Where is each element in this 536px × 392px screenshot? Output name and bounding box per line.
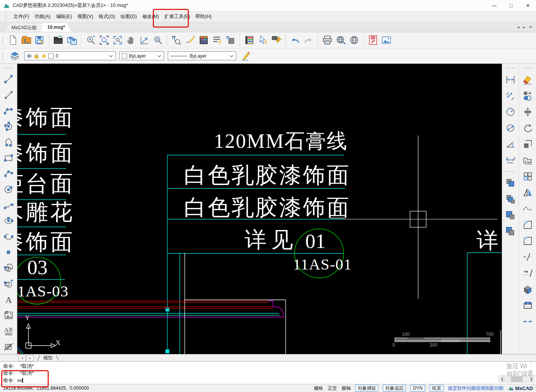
polygon-icon[interactable] [3, 121, 14, 132]
model-tab-left-icon[interactable]: ◂ [18, 355, 26, 361]
fillet-icon[interactable] [522, 235, 533, 246]
canvas-text-left-4[interactable]: 木雕花 [17, 201, 75, 223]
scale-bar[interactable] [394, 337, 490, 342]
text-icon[interactable]: A [3, 294, 14, 305]
circle-icon[interactable] [3, 184, 14, 195]
toggle-otrack[interactable]: 对象追踪 [383, 385, 406, 392]
image-icon[interactable] [3, 309, 14, 321]
copy-base-icon[interactable] [505, 193, 516, 205]
sketch-icon[interactable] [184, 35, 196, 46]
corner-entities[interactable] [17, 347, 23, 354]
stretch-icon[interactable] [522, 138, 533, 150]
copy-object-icon[interactable] [522, 90, 533, 101]
insert-image-icon[interactable] [380, 35, 392, 46]
array-icon[interactable] [522, 170, 533, 182]
molding-outline[interactable] [185, 218, 501, 354]
molding-magenta-profile[interactable] [17, 301, 284, 317]
insert-block-icon[interactable] [3, 262, 14, 274]
canvas-text-bubble1-num[interactable]: 01 [305, 231, 326, 251]
offset-icon[interactable] [522, 154, 533, 166]
canvas-text-left-1[interactable]: 漆饰面 [17, 107, 75, 129]
chevron-down-icon[interactable] [109, 54, 113, 58]
canvas-text-gypsum[interactable]: 120MM石膏线 [214, 131, 348, 151]
polyline-icon[interactable] [3, 105, 14, 116]
chevron-down-icon[interactable] [229, 54, 234, 58]
close-button[interactable]: ✕ [525, 3, 531, 8]
canvas-text-see-detail-right[interactable]: 详见 [476, 230, 502, 251]
network-icon[interactable] [348, 35, 360, 46]
canvas-text-left-5[interactable]: 漆饰面 [17, 231, 75, 253]
menu-item-function[interactable]: 功能(A) [35, 13, 51, 20]
linetype-list-icon[interactable] [211, 35, 223, 46]
polygon-edge-icon[interactable] [3, 136, 14, 148]
scroll-left-icon[interactable]: ❮ [501, 377, 504, 381]
menu-item-format[interactable]: 格式(O) [99, 13, 115, 20]
menu-item-edit[interactable]: 编辑(E) [56, 13, 72, 20]
toggle-ortho[interactable]: 正交 [328, 385, 337, 392]
open-recent-icon[interactable] [20, 35, 32, 46]
menu-item-view[interactable]: 视图(V) [77, 13, 93, 20]
zoom-window-icon[interactable] [98, 35, 110, 46]
save-icon[interactable] [34, 35, 45, 46]
redo-icon[interactable] [303, 35, 314, 46]
chamfer-icon[interactable] [522, 219, 533, 230]
copy-clip-icon[interactable] [505, 177, 516, 189]
break-icon[interactable] [522, 299, 533, 311]
model-tab-right-icon[interactable]: ▸ [26, 355, 34, 361]
command-window[interactable]: 命令: *取消* 命令: *取消* 命令: xx ⌃⌄ ❮ ❯ [0, 361, 536, 384]
make-block-icon[interactable] [3, 278, 14, 289]
line-icon[interactable] [3, 73, 14, 85]
open-icon[interactable] [53, 35, 64, 46]
move-icon[interactable] [522, 106, 533, 117]
canvas-text-bubble1-ref[interactable]: 11AS-01 [293, 256, 352, 272]
point-icon[interactable] [3, 246, 14, 258]
toggle-lineweight[interactable]: 线宽 [430, 385, 443, 392]
zoom-dynamic-icon[interactable] [139, 35, 150, 46]
arc-icon[interactable] [3, 168, 14, 179]
color-combo[interactable]: ByLayer [119, 51, 164, 60]
tab-scroll-right-icon[interactable]: ▸ [523, 25, 525, 29]
layer-manager-icon[interactable] [243, 35, 255, 46]
mirror-icon[interactable] [522, 187, 533, 198]
canvas-text-left-3[interactable]: 柜台面 [17, 173, 75, 195]
canvas-text-paint-1[interactable]: 白色乳胶漆饰面 [184, 164, 351, 187]
zoom-center-icon[interactable] [152, 35, 164, 46]
new-file-icon[interactable] [7, 35, 18, 46]
undo-icon[interactable] [289, 35, 301, 46]
toggle-polar[interactable]: 极轴 [341, 385, 351, 392]
pan-icon[interactable] [125, 35, 137, 46]
paste-block-icon[interactable] [505, 225, 516, 237]
layer-combo[interactable]: 0 [24, 51, 116, 60]
hatch-icon[interactable] [3, 341, 14, 352]
publish-web-icon[interactable] [335, 35, 346, 46]
trim-icon[interactable] [522, 251, 533, 263]
ellipse-arc-icon[interactable] [3, 231, 14, 242]
zoom-previous-icon[interactable] [171, 35, 182, 46]
rectangle-icon[interactable] [3, 152, 14, 164]
menu-item-file[interactable]: 文件(F) [13, 13, 29, 20]
toggle-dyn[interactable]: DYN [410, 385, 425, 392]
tab-scroll-left-icon[interactable]: ◂ [518, 25, 519, 29]
export-pdf-icon[interactable]: PDF [367, 35, 379, 46]
zoom-extents-icon[interactable] [112, 35, 123, 46]
select-icon[interactable] [257, 35, 268, 46]
print-icon[interactable] [321, 35, 333, 46]
chevron-down-icon[interactable] [157, 54, 162, 58]
canvas-text-bubble2-num[interactable]: 03 [27, 257, 48, 278]
drawing-canvas[interactable]: 漆饰面 漆饰面 柜台面 木雕花 漆饰面 120MM石膏线 白色乳胶漆饰面 白色乳… [17, 64, 502, 354]
tab-mxcad-cloud[interactable]: MxCAD云图 [5, 23, 43, 32]
dim-diameter-icon[interactable] [505, 122, 516, 134]
toggle-grid[interactable]: 栅格 [314, 385, 323, 392]
command-input-line[interactable]: 命令: xx [3, 377, 23, 384]
scale-view-icon[interactable] [225, 35, 236, 46]
minimize-button[interactable]: — [491, 3, 497, 8]
linetype-combo[interactable]: ByLayer [168, 51, 236, 60]
dim-continue-icon[interactable] [505, 154, 516, 166]
dim-radius-icon[interactable] [505, 106, 516, 117]
molding-red-lines[interactable] [17, 301, 273, 308]
construction-line-icon[interactable] [3, 89, 14, 101]
paste-icon[interactable] [505, 209, 516, 221]
canvas-text-left-2[interactable]: 漆饰面 [17, 142, 75, 164]
color-palette-icon[interactable] [198, 35, 209, 46]
erase-icon[interactable] [522, 74, 533, 85]
